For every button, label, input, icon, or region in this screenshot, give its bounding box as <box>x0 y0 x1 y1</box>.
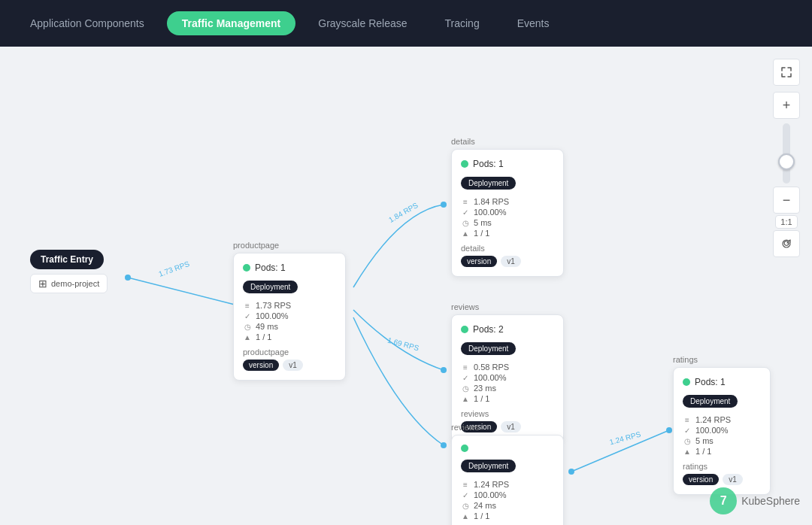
productpage-node: productpage Pods: 1 Deployment ≡ 1.73 RP… <box>233 241 346 381</box>
traffic-canvas: 1.73 RPS 1.84 RPS 1.69 RPS 1.24 RPS Traf… <box>0 47 812 525</box>
pod-status-dot <box>243 264 250 272</box>
zoom-out-button[interactable]: − <box>773 187 800 214</box>
rps-entry-productpage: 1.73 RPS <box>157 259 190 278</box>
pod-status-dot <box>461 160 468 168</box>
refresh-button[interactable] <box>773 230 800 257</box>
rps-icon: ≡ <box>461 480 470 489</box>
kubesphere-label: KubeSphere <box>741 495 800 507</box>
pod-icon: ▲ <box>243 332 252 341</box>
nav-traffic-management[interactable]: Traffic Management <box>167 11 295 35</box>
expand-button[interactable] <box>773 59 800 86</box>
pod-icon: ▲ <box>461 511 470 520</box>
svg-point-3 <box>441 202 447 208</box>
deployment-badge: Deployment <box>683 395 738 408</box>
clock-icon: ◷ <box>461 501 470 510</box>
deployment-badge: Deployment <box>243 281 298 293</box>
nav-application-components[interactable]: Application Components <box>15 11 159 35</box>
clock-icon: ◷ <box>243 322 252 331</box>
svg-point-5 <box>441 442 447 448</box>
clock-icon: ◷ <box>461 218 470 227</box>
pod-status-dot <box>461 445 468 452</box>
rps-icon: ≡ <box>683 415 692 424</box>
pod-icon: ▲ <box>461 394 470 403</box>
rps-icon: ≡ <box>461 363 470 372</box>
svg-line-0 <box>128 278 241 306</box>
rps-productpage-details: 1.84 RPS <box>387 201 420 224</box>
check-icon: ✓ <box>461 490 470 499</box>
svg-point-1 <box>125 275 131 281</box>
details-node: details Pods: 1 Deployment ≡ 1.84 RPS ✓ … <box>451 137 564 277</box>
zoom-controls: + − 1:1 <box>773 59 800 257</box>
rps-icon: ≡ <box>243 301 252 310</box>
svg-point-7 <box>568 469 574 475</box>
svg-point-8 <box>666 427 672 433</box>
check-icon: ✓ <box>683 426 692 435</box>
navigation: Application Components Traffic Managemen… <box>0 0 812 47</box>
kubesphere-icon: 7 <box>710 487 737 514</box>
pod-status-dot <box>461 326 468 333</box>
zoom-slider[interactable] <box>783 120 790 187</box>
deployment-badge: Deployment <box>461 342 516 355</box>
check-icon: ✓ <box>461 208 470 217</box>
pod-icon: ▲ <box>683 447 692 456</box>
demo-project-label: ⊞ demo-project <box>30 274 108 293</box>
reviews-top-node: reviews Pods: 2 Deployment ≡ 0.58 RPS ✓ … <box>451 302 564 442</box>
clock-icon: ◷ <box>683 436 692 445</box>
deployment-badge: Deployment <box>461 460 516 472</box>
pod-icon: ▲ <box>461 229 470 238</box>
rps-reviews-ratings: 1.24 RPS <box>608 430 641 447</box>
clock-icon: ◷ <box>461 384 470 393</box>
ratings-node: ratings Pods: 1 Deployment ≡ 1.24 RPS ✓ … <box>673 355 771 495</box>
nav-grayscale-release[interactable]: Grayscale Release <box>303 11 422 35</box>
svg-point-4 <box>441 367 447 373</box>
nav-tracing[interactable]: Tracing <box>430 11 495 35</box>
pod-status-dot <box>683 378 690 386</box>
check-icon: ✓ <box>243 311 252 320</box>
traffic-entry-label: Traffic Entry <box>30 250 104 269</box>
check-icon: ✓ <box>461 373 470 382</box>
rps-icon: ≡ <box>461 197 470 206</box>
rps-productpage-reviews1: 1.69 RPS <box>386 336 420 353</box>
traffic-entry-node: Traffic Entry ⊞ demo-project <box>30 250 108 293</box>
zoom-in-button[interactable]: + <box>773 92 800 119</box>
nav-events[interactable]: Events <box>502 11 565 35</box>
deployment-badge: Deployment <box>461 177 516 190</box>
reviews-bottom-node: reviews Deployment ≡ 1.24 RPS ✓ 100.00% … <box>451 423 564 525</box>
kubesphere-logo: 7 KubeSphere <box>710 487 800 514</box>
zoom-level-label: 1:1 <box>775 215 797 229</box>
